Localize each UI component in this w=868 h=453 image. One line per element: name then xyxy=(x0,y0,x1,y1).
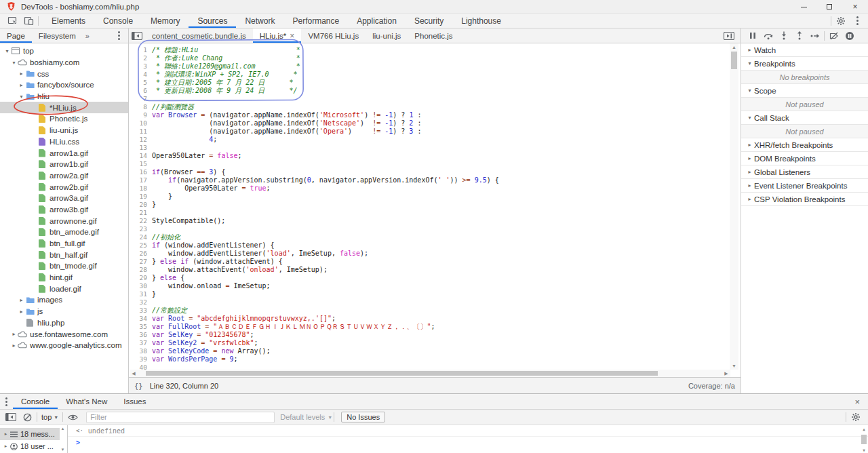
code-line[interactable]: 31} xyxy=(129,290,726,298)
debugger-section-scope[interactable]: ▾Scope xyxy=(741,84,868,98)
tree-item-arrow3b-gif[interactable]: arrow3b.gif xyxy=(0,204,128,216)
line-number[interactable]: 20 xyxy=(129,201,152,209)
no-issues-button[interactable]: No Issues xyxy=(341,412,385,422)
minimize-button[interactable] xyxy=(791,0,816,14)
code-line[interactable]: 37var SelKey2 = "vrsfwlcbk"; xyxy=(129,339,726,347)
code-line[interactable]: 13 xyxy=(129,144,726,152)
maximize-button[interactable] xyxy=(816,0,842,14)
line-number[interactable]: 12 xyxy=(129,136,152,144)
line-number[interactable]: 2 xyxy=(129,54,152,62)
tab-sources[interactable]: Sources xyxy=(189,14,236,28)
debugger-section-breakpoints[interactable]: ▾Breakpoints xyxy=(741,57,868,71)
tree-item-use-fontawesome-com[interactable]: ▸use.fontawesome.com xyxy=(0,328,128,340)
chevron-right-icon[interactable]: ▸ xyxy=(18,71,25,77)
close-button[interactable]: × xyxy=(842,0,868,14)
code-line[interactable]: 35var FullRoot = "ＡＢＣＤＥＦＧＨＩＪＫＬＭＮＯＰＱＲＳＴＵＶ… xyxy=(129,323,726,331)
code-line[interactable]: 2 * 作者:Luke Chang * xyxy=(129,54,726,62)
console-sidebar-scrollbar[interactable]: ▲ ▼ xyxy=(60,427,66,452)
line-number[interactable]: 4 xyxy=(129,71,152,79)
line-number[interactable]: 22 xyxy=(129,217,152,225)
pretty-print-icon[interactable]: {} xyxy=(134,382,143,390)
line-number[interactable]: 24 xyxy=(129,233,152,241)
line-number[interactable]: 11 xyxy=(129,127,152,136)
scroll-up-icon[interactable]: ▲ xyxy=(60,427,66,431)
line-number[interactable]: 27 xyxy=(129,258,152,266)
chevron-right-icon[interactable]: ▸ xyxy=(18,309,25,315)
code-line[interactable]: 24//初始化 xyxy=(129,233,726,241)
chevron-right-icon[interactable]: ▸ xyxy=(3,444,9,449)
step-over-icon[interactable] xyxy=(760,28,776,43)
step-out-icon[interactable] xyxy=(791,28,807,43)
tree-item-boshiamy-com[interactable]: ▾boshiamy.com xyxy=(0,57,128,68)
scroll-down-icon[interactable]: ▼ xyxy=(730,362,738,370)
navigator-kebab-icon[interactable] xyxy=(113,28,124,43)
line-number[interactable]: 33 xyxy=(129,307,152,315)
tree-item-hliu[interactable]: ▾hliu xyxy=(0,91,128,102)
tree-item-btn-tmode-gif[interactable]: btn_tmode.gif xyxy=(0,260,128,272)
debugger-section-dom-breakpoints[interactable]: ▸DOM Breakpoints xyxy=(741,152,868,165)
code-line[interactable]: 1/* 標題:HLiu * xyxy=(129,46,726,54)
line-number[interactable]: 28 xyxy=(129,266,152,274)
code-line[interactable]: 15 xyxy=(129,160,726,168)
line-number[interactable]: 3 xyxy=(129,62,152,71)
inspect-element-icon[interactable] xyxy=(4,14,20,28)
code-line[interactable]: 27} else if (window.attachEvent) { xyxy=(129,258,726,266)
line-number[interactable]: 10 xyxy=(129,119,152,127)
chevron-down-icon[interactable]: ▾ xyxy=(3,48,11,54)
file-tab-phonetic-js[interactable]: Phonetic.js xyxy=(408,28,459,43)
live-expression-eye-icon[interactable] xyxy=(64,410,81,425)
code-line[interactable]: 3 * 聯絡:Luke1209@gmail.com * xyxy=(129,62,726,71)
chevron-down-icon[interactable]: ▾ xyxy=(18,94,25,100)
code-line[interactable]: 38var SelKeyCode = new Array(); xyxy=(129,347,726,355)
file-tab-liu-uni-js[interactable]: liu-uni.js xyxy=(366,28,408,43)
tree-item-fancybox-source[interactable]: ▸fancybox/source xyxy=(0,79,128,91)
line-number[interactable]: 36 xyxy=(129,331,152,339)
tree-item-btn-amode-gif[interactable]: btn_amode.gif xyxy=(0,226,128,238)
tab-lighthouse[interactable]: Lighthouse xyxy=(452,14,510,28)
line-number[interactable]: 39 xyxy=(129,355,152,363)
scroll-up-icon[interactable]: ▲ xyxy=(861,427,867,431)
code-line[interactable]: 19 } xyxy=(129,193,726,201)
code-line[interactable]: 17 if(navigator.appVersion.substring(0, … xyxy=(129,176,726,184)
code-line[interactable]: 32 xyxy=(129,298,726,307)
vertical-scroll-thumb[interactable] xyxy=(731,52,737,69)
more-options-kebab-icon[interactable] xyxy=(849,14,865,28)
line-number[interactable]: 15 xyxy=(129,160,152,168)
code-line[interactable]: 18 Opera950Later = true; xyxy=(129,184,726,193)
code-line[interactable]: 21 xyxy=(129,209,726,217)
line-number[interactable]: 25 xyxy=(129,241,152,250)
code-line[interactable]: 25if (window.addEventListener) { xyxy=(129,241,726,250)
tree-item-hliu-php[interactable]: hliu.php xyxy=(0,317,128,329)
scroll-up-icon[interactable]: ▲ xyxy=(730,43,738,51)
code-editor[interactable]: 1/* 標題:HLiu *2 * 作者:Luke Chang *3 * 聯絡:L… xyxy=(129,43,741,377)
navigator-tab-page[interactable]: Page xyxy=(0,28,32,43)
code-line[interactable]: 8//判斷瀏覽器 xyxy=(129,103,726,111)
code-line[interactable]: 26 window.addEventListener('load', ImeSe… xyxy=(129,250,726,258)
code-line[interactable]: 20} xyxy=(129,201,726,209)
code-line[interactable]: 5 * 建立日期:2005 年 7 月 22 日 * xyxy=(129,79,726,87)
line-number[interactable]: 37 xyxy=(129,339,152,347)
code-line[interactable]: 12 4; xyxy=(129,136,726,144)
log-levels-dropdown[interactable]: Default levels▼ xyxy=(280,413,332,421)
tab-elements[interactable]: Elements xyxy=(43,14,94,28)
tree-item-css[interactable]: ▸css xyxy=(0,68,128,79)
chevron-right-icon[interactable]: ▸ xyxy=(3,431,9,437)
debugger-section-event-listener-breakpoints[interactable]: ▸Event Listener Breakpoints xyxy=(741,179,868,193)
code-line[interactable]: 7 xyxy=(129,95,726,103)
tree-item-hint-gif[interactable]: hint.gif xyxy=(0,272,128,283)
tab-security[interactable]: Security xyxy=(406,14,452,28)
editor-vertical-scrollbar[interactable]: ▲ ▼ xyxy=(730,43,738,370)
code-line[interactable]: 23 xyxy=(129,225,726,233)
code-line[interactable]: 39var WordsPerPage = 9; xyxy=(129,355,726,363)
device-toolbar-icon[interactable] xyxy=(20,14,37,28)
hide-navigator-icon[interactable] xyxy=(129,28,145,43)
tab-console[interactable]: Console xyxy=(94,14,142,28)
tree-item-hliu-js[interactable]: *HLiu.js xyxy=(0,102,128,113)
tree-item-hliu-css[interactable]: HLiu.css xyxy=(0,136,128,148)
tab-network[interactable]: Network xyxy=(236,14,283,28)
tree-item-arrownone-gif[interactable]: arrownone.gif xyxy=(0,215,128,226)
console-output[interactable]: <· undefined > ▲ ▼ xyxy=(68,425,868,453)
chevron-down-icon[interactable]: ▾ xyxy=(10,60,18,66)
tree-item-top[interactable]: ▾top xyxy=(0,45,128,57)
file-tab-vm766-hliu-js[interactable]: VM766 HLiu.js xyxy=(301,28,366,43)
